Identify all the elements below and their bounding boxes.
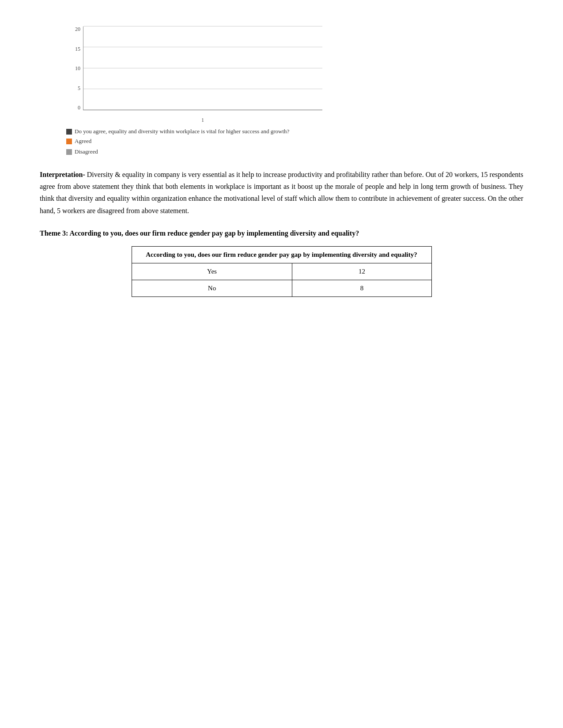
table-header: According to you, does our firm reduce g… xyxy=(132,246,431,263)
y-label-10: 10 xyxy=(75,66,80,71)
interpretation-label: Interpretation- xyxy=(40,171,85,178)
legend-label-question: Do you agree, equality and diversity wit… xyxy=(75,128,289,135)
legend-color-agreed xyxy=(66,139,72,144)
legend-label-agreed: Agreed xyxy=(75,138,91,145)
grid-line-5 xyxy=(83,89,322,89)
legend-label-disagreed: Disagreed xyxy=(75,148,98,155)
grid-line-0 xyxy=(83,109,322,110)
legend-item-question: Do you agree, equality and diversity wit… xyxy=(66,128,322,135)
data-table: According to you, does our firm reduce g… xyxy=(132,246,432,297)
chart-legend: Do you agree, equality and diversity wit… xyxy=(66,128,322,155)
x-label-1: 1 xyxy=(201,117,204,124)
table-row-no: No 8 xyxy=(132,280,431,296)
interpretation-paragraph: Interpretation- Diversity & equality in … xyxy=(40,169,523,217)
legend-color-disagreed xyxy=(66,149,72,155)
grid-line-20 xyxy=(83,26,322,26)
y-label-0: 0 xyxy=(78,105,80,110)
grid-line-10 xyxy=(83,68,322,68)
grid-line-15 xyxy=(83,47,322,47)
interpretation-body: Diversity & equality in company is very … xyxy=(40,171,523,214)
legend-color-question xyxy=(66,129,72,135)
table-row-yes: Yes 12 xyxy=(132,263,431,280)
page: 20 15 10 5 0 xyxy=(0,0,563,728)
y-label-20: 20 xyxy=(75,26,80,32)
table-cell-no-value: 8 xyxy=(292,280,431,296)
chart-area: 20 15 10 5 0 xyxy=(66,26,322,124)
legend-item-disagreed: Disagreed xyxy=(66,148,322,155)
legend-item-agreed: Agreed xyxy=(66,138,322,145)
y-label-15: 15 xyxy=(75,46,80,52)
table-cell-yes-value: 12 xyxy=(292,263,431,280)
theme-heading: Theme 3: According to you, does our firm… xyxy=(40,227,523,239)
chart-container: 20 15 10 5 0 xyxy=(49,26,322,155)
theme-label: Theme 3: xyxy=(40,229,68,237)
chart-plot xyxy=(83,26,322,110)
table-cell-yes-label: Yes xyxy=(132,263,292,280)
table-cell-no-label: No xyxy=(132,280,292,296)
y-label-5: 5 xyxy=(78,86,80,91)
y-axis: 20 15 10 5 0 xyxy=(66,26,82,110)
theme-heading-text: According to you, does our firm reduce g… xyxy=(68,229,359,237)
x-axis-labels: 1 xyxy=(83,117,322,124)
